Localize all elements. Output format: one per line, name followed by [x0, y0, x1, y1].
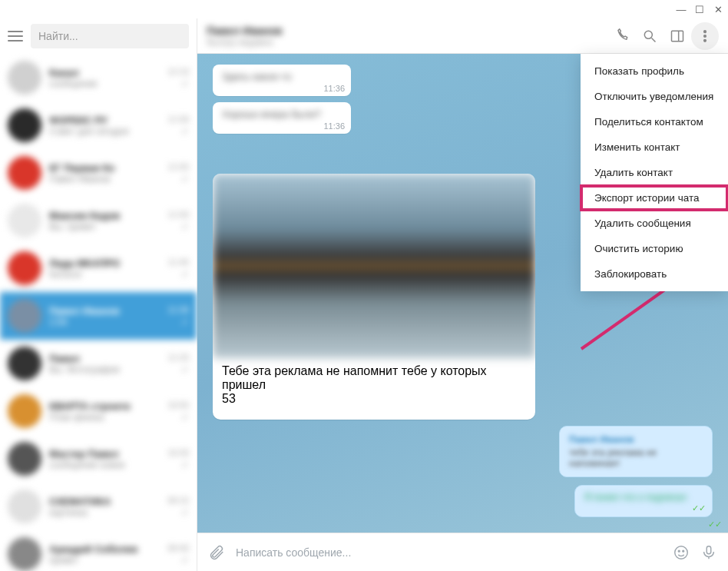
avatar [8, 347, 41, 380]
menu-item[interactable]: Отключить уведомления [581, 84, 728, 109]
attach-icon[interactable] [208, 544, 225, 561]
chat-list-item[interactable]: СХЕМАТИКА09:15 картинка✓ [0, 483, 197, 530]
svg-point-8 [675, 546, 688, 559]
menu-item[interactable]: Экспорт истории чата [581, 185, 728, 211]
menu-item[interactable]: Заблокировать [581, 261, 728, 287]
chat-list-item[interactable]: КВАРТА строите10:55 План финиш✓ [0, 387, 197, 435]
svg-rect-11 [706, 546, 711, 553]
menu-item[interactable]: Удалить контакт [581, 160, 728, 185]
chat-subtitle: был(а) недавно [207, 37, 608, 48]
svg-rect-2 [672, 31, 683, 41]
message-time: 53 [222, 392, 236, 405]
chat-list-item[interactable]: Аркадий Соболев08:40 привет✓ [0, 530, 197, 571]
menu-item[interactable]: Показать профиль [581, 58, 728, 84]
sidebar-panel-icon [670, 28, 685, 44]
avatar [8, 394, 41, 428]
read-tick-icon: ✓✓ [692, 503, 706, 513]
svg-point-4 [704, 30, 706, 32]
menu-item[interactable]: Поделиться контактом [581, 109, 728, 134]
avatar [8, 442, 41, 476]
window-minimize-button[interactable]: — [676, 4, 687, 15]
sidebar-toggle-button[interactable] [663, 22, 691, 50]
svg-point-5 [704, 35, 706, 37]
more-button[interactable] [691, 22, 719, 50]
menu-item[interactable]: Изменить контакт [581, 134, 728, 160]
chat-title: Павел Иванов [207, 25, 608, 37]
message-photo[interactable] [213, 174, 535, 358]
avatar [8, 156, 41, 190]
window-titlebar: — ☐ ✕ [0, 0, 728, 18]
chat-list-item[interactable]: Максим Кедов11:50 Вы: привет✓ [0, 197, 197, 244]
message-composer [197, 533, 728, 571]
svg-line-1 [652, 38, 656, 41]
menu-item[interactable]: Очистить историю [581, 236, 728, 261]
message-input[interactable] [236, 546, 662, 559]
chat-list-item[interactable]: Павел Иванов11:30 1:54✓ [0, 292, 197, 340]
window-maximize-button[interactable]: ☐ [694, 4, 705, 15]
chat-list-item[interactable]: Мастер Павел10:30 сообщение новое✓ [0, 435, 197, 483]
avatar [8, 204, 41, 237]
left-header [0, 18, 197, 54]
message-in[interactable]: Здесь какое-то 11:36 [213, 65, 351, 96]
forwarded-message-out[interactable]: Павел Иванов тебе эта реклама ненапомина… [559, 426, 713, 477]
avatar [8, 251, 41, 285]
right-panel: Павел Иванов был(а) недавно Здесь какое-… [197, 18, 728, 571]
chat-list-item[interactable]: Канал12:10 сообщение✓ [0, 54, 197, 101]
search-chat-button[interactable] [636, 22, 663, 50]
avatar [8, 299, 41, 333]
svg-point-10 [683, 550, 684, 552]
chat-list-item[interactable]: КГ Первая Ко11:55 Павел Иванов✓ [0, 149, 197, 197]
avatar [8, 61, 41, 95]
left-panel: Канал12:10 сообщение✓ ФОРЕКС РУ11:58 Сов… [0, 18, 197, 571]
more-vertical-icon [697, 28, 713, 44]
menu-item[interactable]: Удалить сообщения [581, 211, 728, 236]
search-field[interactable] [31, 24, 189, 48]
chat-list-item[interactable]: Лида МКАПРО11:45 Каталог✓ [0, 244, 197, 292]
message-time: 11:36 [323, 84, 345, 93]
svg-point-6 [704, 39, 706, 41]
microphone-icon[interactable] [700, 544, 717, 561]
message-out[interactable]: Я понял что о подписал ✓✓ [574, 485, 713, 517]
search-icon [642, 28, 657, 44]
svg-point-0 [644, 31, 652, 38]
svg-point-9 [678, 550, 680, 552]
call-button[interactable] [608, 22, 636, 50]
search-input[interactable] [38, 30, 181, 42]
avatar [8, 490, 41, 523]
chat-list-item[interactable]: ФОРЕКС РУ11:58 Совет дня сегодня✓ [0, 101, 197, 149]
photo-message[interactable]: Тебе эта реклама не напомнит тебе у кото… [213, 174, 535, 420]
chat-header: Павел Иванов был(а) недавно [197, 18, 728, 54]
emoji-icon[interactable] [673, 544, 690, 561]
call-icon [614, 28, 630, 44]
avatar [8, 537, 41, 571]
chat-list[interactable]: Канал12:10 сообщение✓ ФОРЕКС РУ11:58 Сов… [0, 54, 197, 571]
context-menu: Показать профильОтключить уведомленияПод… [581, 54, 728, 291]
menu-icon[interactable] [8, 31, 23, 41]
message-time: 11:36 [323, 121, 345, 131]
window-close-button[interactable]: ✕ [713, 4, 723, 15]
read-tick-icon: ✓✓ [708, 520, 722, 530]
avatar [8, 108, 41, 142]
message-in[interactable]: Хорошо вчера были? 11:36 [213, 102, 351, 134]
chat-list-item[interactable]: Павел11:20 Вы: Фотография✓ [0, 340, 197, 387]
